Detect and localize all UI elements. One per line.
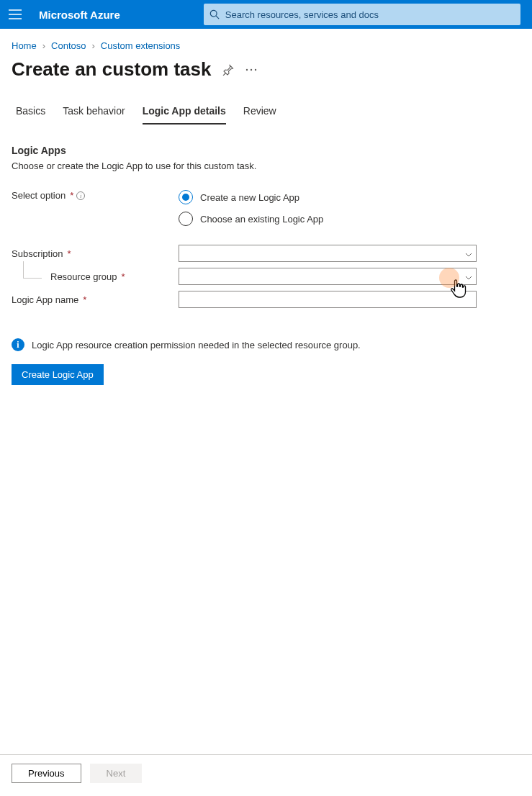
required-indicator: * [70, 190, 73, 201]
resource-group-label: Resource group * [12, 271, 179, 282]
section-title: Logic Apps [12, 145, 520, 156]
previous-button[interactable]: Previous [12, 764, 81, 783]
required-indicator: * [83, 294, 86, 305]
breadcrumb-link-home[interactable]: Home [12, 40, 37, 51]
search-box[interactable] [204, 4, 520, 25]
info-icon[interactable]: i [76, 191, 85, 200]
logic-app-name-label: Logic App name * [12, 294, 179, 305]
radio-choose-existing[interactable]: Choose an existing Logic App [179, 212, 323, 226]
search-input[interactable] [224, 9, 515, 21]
wizard-footer: Previous Next [0, 754, 532, 796]
chevron-right-icon: › [91, 40, 94, 51]
tab-basics[interactable]: Basics [16, 99, 45, 124]
next-button: Next [90, 764, 143, 783]
resource-group-dropdown[interactable] [179, 268, 477, 285]
select-option-label-text: Select option [12, 190, 66, 201]
resource-group-label-text: Resource group [50, 271, 117, 282]
required-indicator: * [68, 248, 71, 259]
radio-label: Choose an existing Logic App [200, 214, 323, 225]
tab-review[interactable]: Review [243, 99, 276, 124]
breadcrumb-link-contoso[interactable]: Contoso [51, 40, 86, 51]
radio-icon [179, 190, 193, 204]
svg-point-2 [246, 68, 248, 70]
svg-line-1 [216, 16, 219, 19]
radio-icon [179, 212, 193, 226]
more-icon[interactable] [245, 68, 257, 71]
radio-create-new[interactable]: Create a new Logic App [179, 190, 323, 204]
logic-app-name-label-text: Logic App name [12, 294, 78, 305]
page-title: Create an custom task [12, 58, 211, 81]
tab-logic-app-details[interactable]: Logic App details [143, 99, 226, 124]
search-icon [209, 9, 220, 19]
top-header: Microsoft Azure [0, 0, 532, 29]
chevron-right-icon: › [42, 40, 45, 51]
subscription-label: Subscription * [12, 248, 179, 259]
breadcrumb-link-custom-extensions[interactable]: Custom extensions [101, 40, 181, 51]
select-option-label: Select option * i [12, 190, 179, 201]
tree-elbow-icon [23, 261, 42, 279]
brand-label: Microsoft Azure [39, 9, 120, 21]
svg-point-0 [210, 10, 217, 17]
subscription-label-text: Subscription [12, 248, 63, 259]
info-notice: i Logic App resource creation permission… [12, 338, 520, 351]
page-title-row: Create an custom task [12, 58, 520, 81]
menu-icon[interactable] [9, 9, 22, 19]
pin-icon[interactable] [222, 64, 234, 76]
logic-app-name-input[interactable] [179, 291, 477, 308]
tab-row: Basics Task behavior Logic App details R… [12, 99, 520, 125]
select-option-radio-group: Create a new Logic App Choose an existin… [179, 190, 323, 226]
required-indicator: * [122, 271, 125, 282]
create-logic-app-button[interactable]: Create Logic App [12, 364, 104, 385]
radio-label: Create a new Logic App [200, 192, 299, 203]
info-notice-text: Logic App resource creation permission n… [32, 340, 361, 350]
info-circle-icon: i [12, 338, 24, 351]
svg-point-4 [255, 68, 256, 70]
subscription-dropdown[interactable] [179, 245, 477, 262]
section-description: Choose or create the Logic App to use fo… [12, 160, 520, 171]
breadcrumb: Home › Contoso › Custom extensions [12, 40, 520, 51]
tab-task-behavior[interactable]: Task behavior [63, 99, 125, 124]
svg-point-3 [251, 68, 252, 70]
